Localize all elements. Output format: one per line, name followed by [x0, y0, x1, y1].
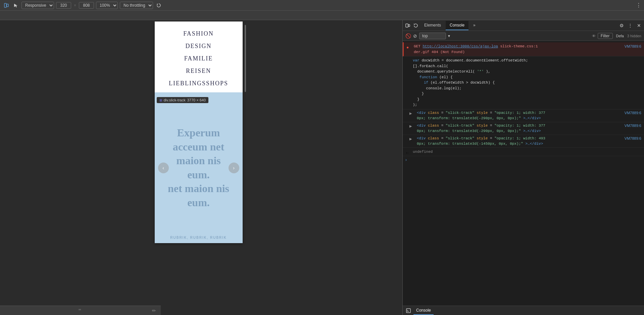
- dt-eye-icon[interactable]: 👁: [592, 34, 596, 38]
- code-console-log: console.log(el);: [413, 86, 461, 90]
- nav-item-lieblingsshops[interactable]: LIEBLINGSSHOPS: [169, 78, 228, 89]
- svg-marker-2: [14, 4, 17, 7]
- console-slick-1-entry: ▶ <div class = "slick-track" style = "op…: [403, 109, 644, 122]
- more-options-button[interactable]: ⋮: [636, 2, 641, 8]
- slick-2-class-val: "slick-track": [446, 124, 475, 128]
- scrollbar-area: [243, 21, 248, 243]
- slick-2-location[interactable]: VM7889:6: [625, 123, 641, 129]
- slick-2-tag-close: >…</div>: [523, 129, 541, 133]
- slick-3-eq2: =: [490, 136, 492, 140]
- dt-close-button[interactable]: ✕: [635, 22, 643, 29]
- console-error-entry: ● GET http://localhost:3000/css/ajax-loa…: [403, 42, 644, 56]
- code-function-sig: (el) {: [439, 75, 453, 79]
- slick-3-eq1: =: [441, 136, 444, 140]
- expand-icon-2[interactable]: ▶: [409, 124, 414, 128]
- slick-1-eq2: =: [490, 111, 492, 115]
- code-function-kw: function: [419, 75, 437, 79]
- slick-2-eq1: =: [441, 124, 444, 128]
- code-equals: =: [442, 58, 446, 62]
- dt-more-button[interactable]: ⋮: [627, 22, 634, 29]
- dt-top-value-input[interactable]: [419, 33, 446, 39]
- slick-3-tag-close: >…</div>: [525, 142, 543, 146]
- dt-device-icon-button[interactable]: [404, 22, 411, 29]
- viewport-bottom-bar: ⁼ ✏: [0, 306, 161, 315]
- undefined-content: undefined: [413, 149, 641, 155]
- carousel-caption: RUBRIK, RUBRIK, RUBRIK: [155, 236, 243, 239]
- nav-item-fashion[interactable]: FASHION: [183, 28, 214, 39]
- dt-tab-elements[interactable]: Elements: [420, 21, 445, 30]
- dt-refresh-icon-button[interactable]: [412, 22, 419, 29]
- error-text-get: GET: [414, 44, 423, 48]
- slick-3-class-attr: class: [428, 136, 439, 140]
- expand-icon-1[interactable]: ▶: [409, 111, 414, 116]
- nav-item-familie[interactable]: FAMILIE: [184, 53, 213, 64]
- nav-item-reisen[interactable]: REISEN: [186, 65, 211, 77]
- console-undefined-entry: ← undefined: [403, 148, 644, 156]
- height-input[interactable]: [79, 2, 94, 9]
- undefined-text: undefined: [413, 150, 433, 154]
- svg-rect-4: [408, 25, 410, 27]
- dt-bottom-tab-bar: Console: [403, 306, 644, 315]
- carousel-prev-button[interactable]: ‹: [158, 163, 169, 173]
- expand-icon-3[interactable]: ▶: [409, 136, 414, 141]
- mobile-frame: FASHION DESIGN FAMILIE REISEN LIEBLINGSS…: [155, 21, 243, 243]
- dt-console-icon[interactable]: [405, 308, 411, 314]
- zoom-select[interactable]: 100%: [96, 2, 118, 9]
- tooltip-class: div.slick-track: [164, 98, 186, 102]
- dt-search-icon[interactable]: ⊘: [413, 33, 417, 39]
- nav-item-design[interactable]: DESIGN: [186, 41, 212, 52]
- slick-2-content: <div class = "slick-track" style = "opac…: [417, 123, 622, 134]
- devtools-toolbar: Responsive × 100% No throttling ⋮: [0, 0, 644, 11]
- code-queryselectorall: document.querySelectorAll(: [413, 70, 475, 74]
- device-toggle-button[interactable]: [3, 2, 10, 9]
- throttle-select[interactable]: No throttling: [120, 2, 153, 9]
- svg-rect-3: [406, 24, 408, 27]
- carousel-text: Experumacceum netmaion niseum.net maion …: [159, 126, 238, 210]
- dimension-separator: ×: [73, 3, 77, 8]
- error-entry-content: GET http://localhost:3000/css/ajax-loa s…: [414, 44, 622, 55]
- slick-3-location[interactable]: VM7889:6: [625, 136, 641, 141]
- console-prompt-row: ›: [403, 156, 644, 164]
- scrollbar-track[interactable]: [245, 25, 246, 92]
- dt-tab-console[interactable]: Console: [446, 21, 468, 30]
- dt-filter-button[interactable]: Filter: [598, 33, 613, 39]
- console-output[interactable]: ● GET http://localhost:3000/css/ajax-loa…: [403, 41, 644, 306]
- error-location[interactable]: VM7889:6: [625, 44, 641, 49]
- code-close-query: ),: [486, 70, 490, 74]
- rotate-button[interactable]: [155, 2, 162, 9]
- slick-2-class-attr: class: [428, 124, 439, 128]
- error-link[interactable]: http://localhost:3000/css/ajax-loa: [423, 44, 498, 48]
- dt-tab-icons: ⚙ ⋮ ✕: [618, 22, 643, 29]
- dt-default-label: Defa: [616, 34, 624, 38]
- cursor-toggle-button[interactable]: [12, 2, 19, 9]
- prompt-arrow: ›: [405, 158, 407, 162]
- width-input[interactable]: [56, 2, 71, 9]
- slick-1-style-val2: 0px; transform: translate3d(-290px, 0px,…: [417, 116, 521, 120]
- tooltip-element-icon: ⊞: [159, 98, 162, 102]
- dt-settings-button[interactable]: ⚙: [618, 22, 625, 29]
- code-if: [413, 81, 422, 85]
- code-star-string: '*': [477, 70, 484, 74]
- code-if-kw: if: [424, 81, 428, 85]
- slick-3-style-val: "opacity: 1; width: 493: [494, 136, 545, 140]
- slick-3-tag-open: <div: [417, 136, 428, 140]
- dt-top-dropdown[interactable]: ▾: [448, 34, 450, 38]
- svg-rect-1: [7, 4, 8, 7]
- carousel-next-button[interactable]: ›: [229, 163, 239, 173]
- slick-1-content: <div class = "slick-track" style = "opac…: [417, 110, 622, 121]
- devtools-tab-bar: Elements Console » ⚙ ⋮ ✕: [403, 20, 644, 31]
- slick-1-location[interactable]: VM7889:6: [625, 110, 641, 116]
- dt-tab-overflow[interactable]: »: [469, 21, 480, 30]
- console-slick-2-entry: ▶ <div class = "slick-track" style = "op…: [403, 122, 644, 135]
- ruler-bar: [0, 11, 644, 20]
- code-close-if: }: [413, 92, 424, 96]
- result-spacer: ←: [405, 150, 410, 154]
- dt-clear-icon[interactable]: 🚫: [405, 33, 411, 39]
- slick-1-tag-open: <div: [417, 111, 428, 115]
- responsive-select[interactable]: Responsive: [21, 2, 54, 9]
- dt-bottom-console-tab[interactable]: Console: [413, 306, 434, 315]
- dt-hidden-label: 3 hidden: [627, 34, 641, 38]
- edit-icon[interactable]: ✏: [152, 308, 156, 313]
- tooltip-dimensions: 3770 × 640: [187, 98, 206, 102]
- code-var: var: [413, 58, 419, 62]
